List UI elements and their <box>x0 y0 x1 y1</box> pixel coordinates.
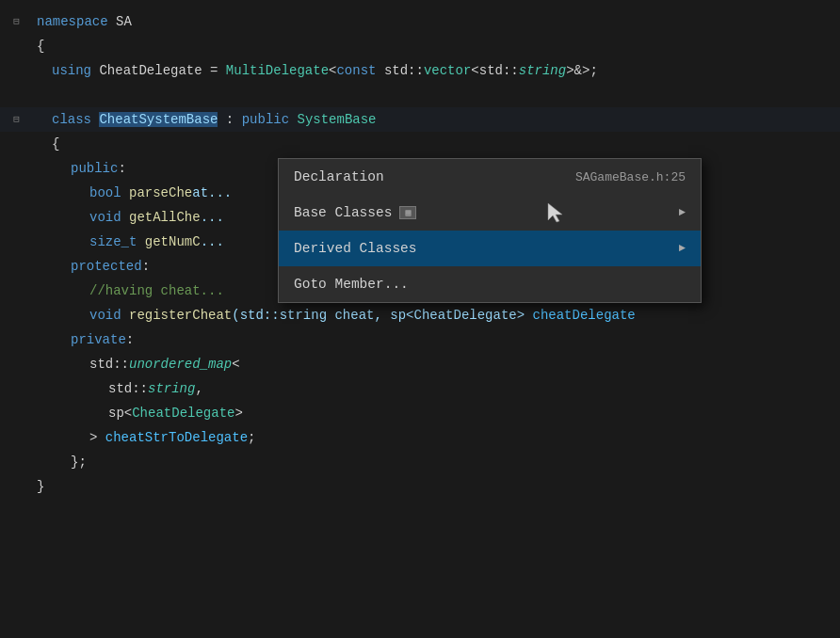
code-content: class CheatSystemBase : public SystemBas… <box>33 107 840 132</box>
method-name: parseChe <box>129 185 192 200</box>
keyword: using <box>52 63 99 78</box>
submenu-arrow: ► <box>679 206 686 219</box>
keyword: void <box>89 210 129 225</box>
brace: }; <box>71 455 87 470</box>
code-line: ⊟ class CheatSystemBase : public SystemB… <box>0 107 840 132</box>
keyword: protected <box>71 259 142 274</box>
cursor-indicator <box>546 201 565 229</box>
code-content: { <box>33 34 840 58</box>
menu-item-label: Base Classes <box>294 205 392 220</box>
comment: //having cheat... <box>89 283 224 298</box>
method-name2: at <box>216 308 232 323</box>
code-line: } <box>0 474 840 499</box>
identifier: std:: <box>384 63 424 78</box>
keyword: size_t <box>89 234 145 249</box>
context-menu-item-derived-classes[interactable]: Derived Classes ► <box>279 231 701 266</box>
keyword: bool <box>89 185 129 200</box>
identifier: std:: <box>108 381 148 396</box>
keyword: const <box>336 63 383 78</box>
truncated: ... <box>201 210 224 225</box>
context-menu-item-base-classes[interactable]: Base Classes ▦ ► <box>279 195 701 231</box>
collapse-icon[interactable]: ⊟ <box>13 107 20 132</box>
brace: { <box>52 136 59 152</box>
type-name: vector <box>424 63 471 78</box>
base-classes-icon: ▦ <box>399 206 416 219</box>
code-content: }; <box>33 450 840 474</box>
code-content: } <box>33 474 840 499</box>
class-name: CheatSystemBase <box>99 112 218 127</box>
code-line: private: <box>0 327 840 352</box>
keyword: namespace <box>37 14 116 29</box>
field-name: cheatStrToDelegate <box>105 430 248 445</box>
identifier: std:: <box>479 63 519 78</box>
method-name: getNumC <box>145 234 201 249</box>
code-content: sp<CheatDelegate> <box>33 401 840 425</box>
code-content: { <box>33 132 840 156</box>
identifier: SA <box>116 14 132 29</box>
collapse-icon[interactable]: ⊟ <box>13 9 20 34</box>
context-menu: Declaration SAGameBase.h:25 Base Classes… <box>278 158 702 303</box>
punctuation: : <box>126 332 134 347</box>
menu-item-label: Declaration <box>294 169 384 184</box>
brace: } <box>37 479 44 494</box>
punctuation: : <box>118 161 125 176</box>
params: (std::string cheat, sp<CheatDelegate> <box>232 308 532 323</box>
submenu-arrow: ► <box>679 242 686 255</box>
punctuation: : <box>218 112 241 127</box>
identifier: std:: <box>89 357 129 372</box>
identifier: CheatDelegate = <box>99 63 225 78</box>
method-name: getAllChe <box>129 210 201 225</box>
identifier: sp< <box>108 406 132 421</box>
type-name: string <box>148 381 195 396</box>
type-name: string <box>519 63 566 78</box>
punctuation: ; <box>248 430 255 445</box>
code-editor: ⊟ namespace SA { using CheatDelegate = M… <box>0 0 840 638</box>
code-line: std::string, <box>0 376 840 401</box>
param-name: cheatDelegate <box>533 308 636 323</box>
code-content: std::string, <box>33 376 840 401</box>
operator: < <box>471 63 478 78</box>
context-menu-item-declaration[interactable]: Declaration SAGameBase.h:25 <box>279 159 701 195</box>
code-content <box>33 83 840 107</box>
code-content: using CheatDelegate = MultiDelegate<cons… <box>33 58 840 83</box>
code-line: std::unordered_map< <box>0 352 840 376</box>
type-name: CheatDelegate <box>132 406 234 421</box>
code-content: > cheatStrToDelegate; <box>33 425 840 450</box>
punctuation: >&>; <box>566 63 598 78</box>
brace: { <box>37 39 44 54</box>
code-content: std::unordered_map< <box>33 352 840 376</box>
truncated: at... <box>192 185 232 200</box>
code-line: using CheatDelegate = MultiDelegate<cons… <box>0 58 840 83</box>
keyword: class <box>52 112 99 127</box>
operator: > <box>234 406 242 421</box>
code-line: { <box>0 34 840 58</box>
code-line: void registerCheat(std::string cheat, sp… <box>0 303 840 327</box>
code-line: ⊟ namespace SA <box>0 9 840 34</box>
svg-marker-0 <box>548 203 562 222</box>
menu-item-label: Derived Classes <box>294 241 417 256</box>
base-class-name: SystemBase <box>297 112 376 127</box>
punctuation: , <box>195 381 202 396</box>
code-content: namespace SA <box>33 9 840 34</box>
type-name: unordered_map <box>129 357 232 372</box>
code-content: private: <box>33 327 840 352</box>
keyword: private <box>71 332 126 347</box>
context-menu-item-goto-member[interactable]: Goto Member... <box>279 266 701 302</box>
type-name: MultiDelegate <box>226 63 329 78</box>
operator: < <box>232 357 239 372</box>
keyword: void <box>89 308 129 323</box>
menu-item-label: Goto Member... <box>294 277 409 292</box>
code-line: }; <box>0 450 840 474</box>
code-line: sp<CheatDelegate> <box>0 401 840 425</box>
code-line: > cheatStrToDelegate; <box>0 425 840 450</box>
method-name: registerChe <box>129 308 216 323</box>
operator: > <box>89 430 105 445</box>
code-line <box>0 83 840 107</box>
punctuation: : <box>142 259 150 274</box>
truncated: ... <box>201 234 224 249</box>
code-content: void registerCheat(std::string cheat, sp… <box>33 303 835 327</box>
menu-item-hint: SAGameBase.h:25 <box>575 170 686 184</box>
gutter: ⊟ <box>0 9 33 34</box>
gutter: ⊟ <box>0 107 33 132</box>
code-line: { <box>0 132 840 156</box>
